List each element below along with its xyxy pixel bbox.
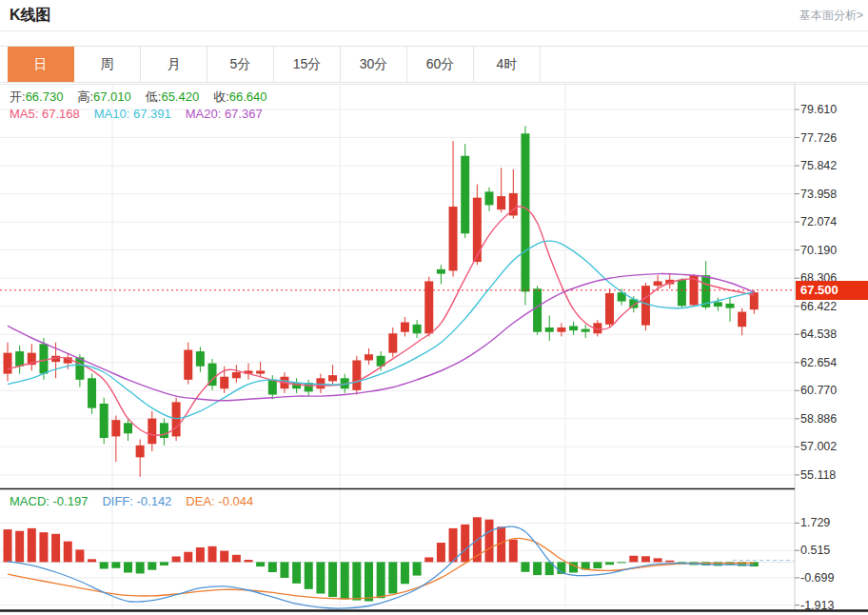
title-divider xyxy=(0,30,868,31)
tab-period-4[interactable]: 15分 xyxy=(274,47,341,82)
period-tabbar: 日周月5分15分30分60分4时 xyxy=(0,46,868,83)
axis-tick-label: 1.729 xyxy=(800,516,830,529)
macd-layer xyxy=(4,517,796,608)
axis-tick-label: 62.654 xyxy=(800,356,837,369)
axis-tick-label: -0.699 xyxy=(800,571,834,585)
axis-tick-label: 55.118 xyxy=(800,468,836,482)
tab-period-1[interactable]: 周 xyxy=(74,47,141,82)
readout-item: DIFF: -0.142 xyxy=(102,494,171,508)
axis-tick-label: 64.538 xyxy=(800,327,837,341)
readout-item: MACD: -0.197 xyxy=(10,494,88,508)
readout-item: MA10: 67.391 xyxy=(94,107,171,121)
axis-tick-label: 60.770 xyxy=(800,384,837,397)
macd-readout: MACD: -0.197DIFF: -0.142DEA: -0.044 xyxy=(10,494,253,508)
axis-tick-label: 0.515 xyxy=(800,544,830,557)
axis-tick-label: 66.422 xyxy=(800,300,837,313)
ma-readout: MA5: 67.168MA10: 67.391MA20: 67.367 xyxy=(10,107,263,121)
ohlc-readout: 开:66.730高:67.010低:65.420收:66.640 xyxy=(10,89,267,106)
readout-item: MA5: 67.168 xyxy=(10,107,80,121)
tab-period-7[interactable]: 4时 xyxy=(474,47,541,82)
axis-tick-label: 70.190 xyxy=(800,244,837,257)
axis-tick-label: 58.886 xyxy=(800,412,837,426)
kline-page: K线图 基本面分析> 日周月5分15分30分60分4时 开:66.730高:67… xyxy=(0,0,868,615)
axis-tick-label: 73.958 xyxy=(800,188,837,201)
axis-tick-label: 79.610 xyxy=(800,103,837,116)
tabbar-filler xyxy=(541,47,868,82)
ma10-line xyxy=(8,241,754,419)
readout-item: 高:67.010 xyxy=(77,89,130,106)
axis-tick-label: 72.074 xyxy=(800,215,837,228)
readout-item: DEA: -0.044 xyxy=(186,494,253,508)
candles-layer xyxy=(4,126,759,476)
readout-item: 开:66.730 xyxy=(10,89,63,106)
tab-period-3[interactable]: 5分 xyxy=(207,47,274,82)
page-title: K线图 xyxy=(10,6,51,26)
axis-tick-label: 57.002 xyxy=(800,440,837,453)
axis-tick-label: 75.842 xyxy=(800,159,837,172)
last-price-tag: 67.500 xyxy=(796,281,868,300)
readout-item: MA20: 67.367 xyxy=(186,107,263,121)
readout-item: 低:65.420 xyxy=(146,89,199,106)
tab-period-5[interactable]: 30分 xyxy=(341,47,407,82)
kline-chart-canvas[interactable] xyxy=(0,84,868,615)
fundamental-analysis-link[interactable]: 基本面分析> xyxy=(799,8,863,24)
tab-period-6[interactable]: 60分 xyxy=(407,47,474,82)
tab-period-2[interactable]: 月 xyxy=(141,47,207,82)
axis-tick-label: 77.726 xyxy=(800,131,837,145)
tabbar-lead-space xyxy=(0,47,8,82)
readout-item: 收:66.640 xyxy=(213,89,266,106)
tab-period-0[interactable]: 日 xyxy=(8,47,74,82)
axis-tick-label: -1.913 xyxy=(800,599,834,612)
